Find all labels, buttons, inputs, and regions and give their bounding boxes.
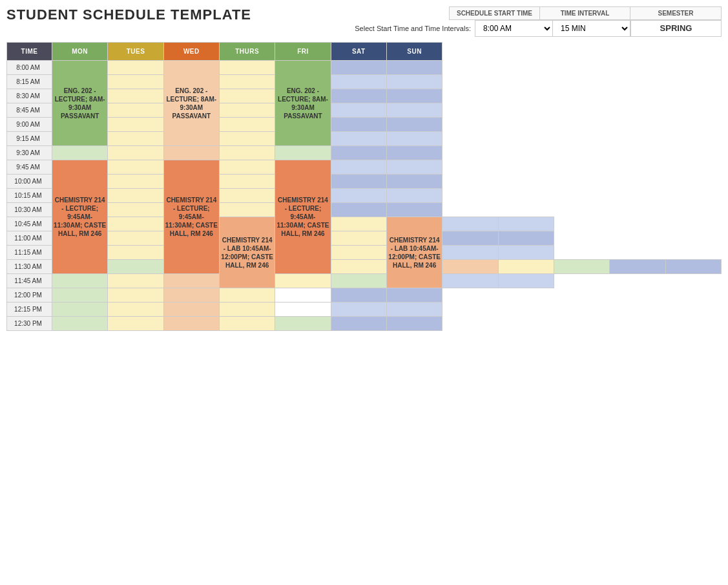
semester-header: SEMESTER [630, 7, 721, 19]
time-1130: 11:30 AM [7, 260, 52, 274]
time-1045: 10:45 AM [7, 217, 52, 231]
table-row: 10:15 AM [7, 189, 722, 203]
table-row: 11:15 AM [7, 246, 722, 260]
table-row: 11:45 AM [7, 274, 722, 288]
top-controls: SCHEDULE START TIME TIME INTERVAL SEMEST… [355, 6, 722, 37]
time-900: 9:00 AM [7, 118, 52, 132]
table-row: 12:30 PM [7, 317, 722, 331]
controls-selects: 8:00 AM 9:00 AM 10:00 AM 15 MIN 30 MIN 6… [475, 20, 722, 37]
time-845: 8:45 AM [7, 103, 52, 118]
semester-value: SPRING [630, 21, 721, 36]
schedule-table: TIME MON TUES WED THURS FRI SAT SUN 8:00… [6, 42, 722, 331]
th-fri: FRI [275, 43, 331, 61]
time-1115: 11:15 AM [7, 246, 52, 260]
eng-202-wed: ENG. 202 - LECTURE; 8AM-9:30AM PASSAVANT [163, 61, 219, 146]
time-930: 9:30 AM [7, 146, 52, 160]
time-interval-header: TIME INTERVAL [540, 7, 630, 19]
time-830: 8:30 AM [7, 89, 52, 103]
start-time-header: SCHEDULE START TIME [450, 7, 540, 19]
time-1100: 11:00 AM [7, 231, 52, 246]
chem-214-lec-fri: CHEMISTRY 214 - LECTURE; 9:45AM-11:30AM;… [275, 160, 331, 274]
time-1145: 11:45 AM [7, 274, 52, 288]
table-row: 8:45 AM [7, 103, 722, 118]
time-1015: 10:15 AM [7, 189, 52, 203]
time-1000: 10:00 AM [7, 175, 52, 189]
time-945: 9:45 AM [7, 160, 52, 175]
time-1215: 12:15 PM [7, 303, 52, 317]
table-row: 12:15 PM [7, 303, 722, 317]
table-row: 10:00 AM [7, 175, 722, 189]
th-tues: TUES [108, 43, 163, 61]
table-row: 12:00 PM [7, 288, 722, 303]
controls-header: SCHEDULE START TIME TIME INTERVAL SEMEST… [449, 6, 722, 20]
table-row: 9:30 AM [7, 146, 722, 160]
table-row: 10:30 AM [7, 203, 722, 217]
table-row: 8:15 AM [7, 75, 722, 89]
table-row: 8:30 AM [7, 89, 722, 103]
th-time: TIME [7, 43, 52, 61]
start-time-select[interactable]: 8:00 AM 9:00 AM 10:00 AM [475, 21, 553, 36]
table-row: 11:30 AM [7, 260, 722, 274]
header-row: TIME MON TUES WED THURS FRI SAT SUN [7, 43, 722, 61]
time-1030: 10:30 AM [7, 203, 52, 217]
chem-214-lab-tues: CHEMISTRY 214 - LAB 10:45AM-12:00PM; CAS… [219, 217, 275, 288]
table-row: 9:45 AM CHEMISTRY 214 - LECTURE; 9:45AM-… [7, 160, 722, 175]
controls-label: Select Start Time and Time Intervals: [355, 25, 471, 32]
table-row: 10:45 AM CHEMISTRY 214 - LAB 10:45AM-12:… [7, 217, 722, 231]
table-row: 9:15 AM [7, 132, 722, 146]
th-sun: SUN [386, 43, 442, 61]
time-1230: 12:30 PM [7, 317, 52, 331]
eng-202-fri: ENG. 202 - LECTURE; 8AM-9:30AM PASSAVANT [275, 61, 331, 146]
time-1200: 12:00 PM [7, 288, 52, 303]
th-thurs: THURS [219, 43, 275, 61]
chem-214-lab-thurs: CHEMISTRY 214 - LAB 10:45AM-12:00PM; CAS… [386, 217, 442, 288]
th-mon: MON [52, 43, 108, 61]
table-row: 11:00 AM [7, 231, 722, 246]
time-815: 8:15 AM [7, 75, 52, 89]
table-row: 8:00 AM ENG. 202 - LECTURE; 8AM-9:30AM P… [7, 61, 722, 75]
page-header: STUDENT SCHEDULE TEMPLATE SCHEDULE START… [6, 6, 722, 37]
time-interval-select[interactable]: 15 MIN 30 MIN 60 MIN [553, 21, 630, 36]
th-sat: SAT [331, 43, 386, 61]
time-800: 8:00 AM [7, 61, 52, 75]
th-wed: WED [163, 43, 219, 61]
controls-row: Select Start Time and Time Intervals: 8:… [355, 20, 722, 37]
chem-214-lec-wed: CHEMISTRY 214 - LECTURE; 9:45AM-11:30AM;… [163, 160, 219, 274]
eng-202-mon: ENG. 202 - LECTURE; 8AM-9:30AM PASSAVANT [52, 61, 108, 146]
chem-214-lec-mon: CHEMISTRY 214 - LECTURE; 9:45AM-11:30AM;… [52, 160, 108, 274]
table-row: 9:00 AM [7, 118, 722, 132]
time-915: 9:15 AM [7, 132, 52, 146]
page-title: STUDENT SCHEDULE TEMPLATE [6, 6, 251, 23]
